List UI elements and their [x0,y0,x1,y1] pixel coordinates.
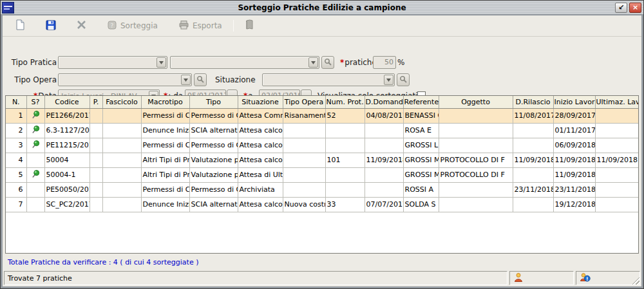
user-info-panel[interactable]: ! [576,271,640,285]
cell-fascicolo[interactable] [102,153,141,167]
cell-p[interactable] [90,197,102,212]
cell-p[interactable] [90,167,102,182]
cell-macrotipo[interactable]: Altri Tipi di Prat [141,153,189,167]
pratiche-percent-input[interactable]: 50 [373,56,396,69]
cell-d_rilascio[interactable]: 23/11/2018 [513,182,553,197]
tipo-pratica-select[interactable] [58,56,167,69]
cell-oggetto[interactable]: PROTOCOLLO DI F [439,153,513,167]
cell-tipo_opera[interactable]: Risanamento c [283,108,325,123]
tipo-opera-select[interactable] [58,73,192,86]
sorteggiata-pin-icon[interactable] [26,108,44,123]
table-row[interactable]: 550004-1Altri Tipi di PratValutazione pr… [6,167,638,182]
resize-grip[interactable] [632,277,639,284]
sorteggiata-pin-icon[interactable] [26,138,44,153]
cell-tipo_opera[interactable] [283,182,325,197]
cell-fascicolo[interactable] [102,197,141,212]
cell-referente[interactable]: BENASSI G [403,108,439,123]
cell-fascicolo[interactable] [102,123,141,138]
cell-situazione[interactable]: Archiviata [238,182,283,197]
column-header-oggetto[interactable]: Oggetto [439,96,513,108]
cell-inizio_lavori[interactable]: 01/11/2017 [553,123,595,138]
new-button[interactable] [10,17,30,35]
sorteggiata-pin-icon[interactable] [26,167,44,182]
cell-tipo_opera[interactable]: Nuova costruzi [283,197,325,212]
cell-oggetto[interactable] [439,197,513,212]
cell-p[interactable] [90,182,102,197]
cell-tipo[interactable]: Permesso di Co [189,138,238,153]
cell-fascicolo[interactable] [102,138,141,153]
cell-inizio_lavori[interactable]: 28/09/2017 [553,108,595,123]
cell-codice[interactable]: 50004-1 [44,167,90,182]
cell-tipo[interactable]: Valutazione pre [189,153,238,167]
cell-d_domanda[interactable] [365,123,403,138]
cell-d_rilascio[interactable]: 11/08/2017 [513,108,553,123]
cell-tipo_opera[interactable] [283,123,325,138]
cell-tipo[interactable]: Permesso di Co [189,182,238,197]
cell-p[interactable] [90,153,102,167]
column-header-num-prot[interactable]: Num. Prot. [325,96,365,108]
cell-oggetto[interactable]: PROTOCOLLO DI F [439,167,513,182]
cell-oggetto[interactable] [439,108,513,123]
cell-s[interactable] [26,182,44,197]
cell-tipo_opera[interactable] [283,153,325,167]
table-row[interactable]: 7SC_PC2/2017Denunce InizioSCIA alternati… [6,197,638,212]
cell-tipo_opera[interactable] [283,167,325,182]
cell-codice[interactable]: PE11215/2018 [44,138,90,153]
cell-num_prot[interactable]: 101 [325,153,365,167]
tipo-opera-search-button[interactable] [194,73,207,86]
column-header-ultimaz-lav[interactable]: Ultimaz. Lav. [595,96,638,108]
situazione-select[interactable] [262,73,395,86]
cell-ultimaz_lav[interactable] [595,108,638,123]
cell-d_domanda[interactable] [365,182,403,197]
cell-d_domanda[interactable]: 07/07/2017 [365,197,403,212]
chevron-down-icon[interactable] [308,57,318,68]
cell-d_rilascio[interactable]: 11/09/2018 [513,153,553,167]
cell-situazione[interactable]: Attesa Commis [238,108,283,123]
cell-n[interactable]: 1 [6,108,26,123]
cell-macrotipo[interactable]: Denunce Inizio [141,197,189,212]
restore-window-button[interactable]: ↙ [615,3,627,13]
cell-codice[interactable]: PE50050/2018 [44,182,90,197]
table-row[interactable]: 6PE50050/2018Permessi di CosPermesso di … [6,182,638,197]
cell-fascicolo[interactable] [102,182,141,197]
column-header-macrotipo[interactable]: Macrotipo [141,96,189,108]
cell-num_prot[interactable] [325,182,365,197]
cell-oggetto[interactable] [439,182,513,197]
cell-d_rilascio[interactable] [513,167,553,182]
table-row[interactable]: 26.3-1127/2017Denunce InizioSCIA alterna… [6,123,638,138]
cell-d_domanda[interactable]: 11/09/2018 [365,153,403,167]
cell-inizio_lavori[interactable]: 11/09/2018 [553,167,595,182]
column-header-fascicolo[interactable]: Fascicolo [102,96,141,108]
cell-num_prot[interactable]: 33 [325,197,365,212]
title-bar[interactable]: Sorteggio Pratiche Edilizie a campione ↙… [1,1,643,15]
column-header-n[interactable]: N. [6,96,26,108]
cell-codice[interactable]: PE1266/2017 [44,108,90,123]
user-panel[interactable] [509,271,574,285]
column-header-d-domanda[interactable]: D.Domanda [365,96,403,108]
close-window-button[interactable]: × [629,3,641,13]
cell-macrotipo[interactable]: Permessi di Cos [141,108,189,123]
cell-s[interactable] [26,197,44,212]
cell-num_prot[interactable]: 52 [325,108,365,123]
column-header-tipo[interactable]: Tipo [189,96,238,108]
cell-d_rilascio[interactable] [513,138,553,153]
situazione-search-button[interactable] [397,73,410,86]
column-header-s[interactable]: S? [26,96,44,108]
cell-n[interactable]: 7 [6,197,26,212]
cell-n[interactable]: 5 [6,167,26,182]
tipo-pratica-desc-select[interactable] [170,56,319,69]
cell-oggetto[interactable] [439,138,513,153]
cell-macrotipo[interactable]: Denunce Inizio [141,123,189,138]
cell-ultimaz_lav[interactable] [595,182,638,197]
cell-inizio_lavori[interactable]: 06/09/2018 [553,138,595,153]
cell-ultimaz_lav[interactable] [595,123,638,138]
binder-button[interactable] [240,17,259,35]
cell-tipo[interactable]: Valutazione pre [189,167,238,182]
cell-macrotipo[interactable]: Altri Tipi di Prat [141,167,189,182]
cell-referente[interactable]: ROSSI A [403,182,439,197]
column-header-situazione[interactable]: Situazione [238,96,283,108]
cell-fascicolo[interactable] [102,108,141,123]
cell-d_domanda[interactable]: 04/08/2017 [365,108,403,123]
cell-situazione[interactable]: Attesa calcolo [238,138,283,153]
cell-n[interactable]: 2 [6,123,26,138]
